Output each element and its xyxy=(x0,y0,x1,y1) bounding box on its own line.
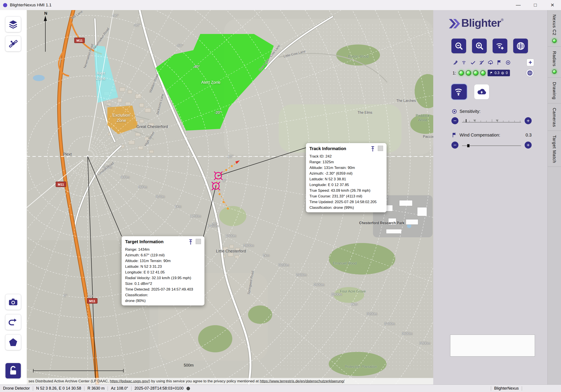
channel-led-4[interactable] xyxy=(480,70,485,76)
popup-line: Time Updated: 2025-07-28 14:58:02.205 xyxy=(309,199,383,205)
cloud-data-button[interactable] xyxy=(474,84,489,99)
layers-icon xyxy=(8,19,18,29)
cloud-sync-icon[interactable] xyxy=(488,60,494,65)
popup-close-button[interactable] xyxy=(378,146,383,151)
pin-button[interactable] xyxy=(369,146,376,152)
tab-label: Nexus C2 xyxy=(552,14,557,35)
sensitivity-thumb-low[interactable] xyxy=(473,120,476,122)
tab-nexus-c2[interactable]: Nexus C2 xyxy=(548,10,561,47)
zoom-out-icon xyxy=(454,42,464,51)
radar-icon xyxy=(454,87,464,97)
sensitivity-slider[interactable] xyxy=(461,117,522,124)
sensitivity-current-marker[interactable] xyxy=(466,119,466,122)
attribution-link[interactable]: https://www.terrestris.de/en/datenschutz… xyxy=(260,379,344,383)
tools-icon[interactable] xyxy=(453,60,458,65)
popup-title: Target Information xyxy=(125,239,187,244)
close-icon: × xyxy=(551,1,554,9)
popup-line: Azimuth: -2.30° (6359 mil) xyxy=(309,171,383,176)
scan-target-icon[interactable] xyxy=(505,60,511,65)
attribution-link[interactable]: https://lpdaac.usgs.gov/ xyxy=(110,379,149,383)
popup-line: Track ID: 242 xyxy=(309,154,383,159)
tab-radars[interactable]: Radars xyxy=(548,47,561,78)
left-toolbar xyxy=(0,10,27,384)
pill-geo-value: 0 xyxy=(506,71,508,75)
radar-signal-icon[interactable] xyxy=(461,60,467,65)
wind-flag-icon xyxy=(490,71,493,75)
tab-cameras[interactable]: Cameras xyxy=(548,103,561,131)
popup-close-button[interactable] xyxy=(196,239,201,244)
target-info-popup[interactable]: Target Information Range: 1434mAzimuth: … xyxy=(122,236,205,306)
add-radar-button[interactable] xyxy=(493,39,507,53)
zoom-in-button[interactable] xyxy=(472,39,487,53)
separator xyxy=(84,386,84,391)
status-led xyxy=(552,69,557,74)
channel-led-2[interactable] xyxy=(466,70,471,76)
plus-icon: + xyxy=(529,59,532,66)
popup-line: Longitude: E 0 12 41.05 xyxy=(125,269,201,275)
radar-off-icon[interactable] xyxy=(479,60,485,65)
wind-label: Wind Compensation: xyxy=(460,133,500,138)
statusbar: Drone DetectorN 52 3 8.26, E 0 14 30.58R… xyxy=(0,384,561,392)
popup-line: Classification: drone (99%) xyxy=(309,205,383,211)
zoom-in-icon xyxy=(475,42,484,51)
popup-line: drone (90%) xyxy=(125,298,201,304)
alert-zone-green[interactable] xyxy=(156,34,274,131)
map-canvas[interactable]: N 200m400m600m800m1km1200m1400m1600m1800… xyxy=(27,10,433,384)
brand-text: Blighter xyxy=(461,17,501,29)
satellite-icon xyxy=(8,39,18,49)
wind-slider[interactable] xyxy=(461,142,522,148)
window-title: BlighterNexus HMI 1.1 xyxy=(10,3,52,8)
tab-target-match[interactable]: Target Match xyxy=(548,131,561,167)
check-icon[interactable] xyxy=(470,60,476,65)
tab-label: Target Match xyxy=(552,135,557,163)
target-marker[interactable] xyxy=(212,182,220,190)
minimize-icon: — xyxy=(516,2,521,8)
right-panel: Blighter ® xyxy=(433,10,547,384)
globe-grid-icon xyxy=(527,70,533,76)
pin-button[interactable] xyxy=(187,239,194,245)
zoom-out-button[interactable] xyxy=(452,39,466,53)
titlebar[interactable]: BlighterNexus HMI 1.1 — □ × xyxy=(0,0,561,10)
popup-line: Longitude: E 0 12 37.85 xyxy=(309,182,383,188)
wind-decrease-button[interactable]: − xyxy=(452,142,458,148)
info-placeholder-box xyxy=(450,335,535,357)
cloud-icon xyxy=(477,87,487,97)
undo-button[interactable] xyxy=(5,314,21,330)
draw-polygon-button[interactable] xyxy=(5,334,21,350)
statusbar-app-name: BlighterNexus xyxy=(494,386,519,391)
tab-drawing[interactable]: Drawing xyxy=(548,78,561,103)
statusbar-item: Drone Detector xyxy=(3,386,30,391)
minimize-button[interactable]: — xyxy=(510,0,527,10)
radar-enable-button[interactable] xyxy=(452,84,467,99)
separator xyxy=(491,386,491,391)
status-dot xyxy=(186,387,190,390)
track-marker[interactable] xyxy=(214,171,222,180)
globe-button[interactable] xyxy=(513,39,528,53)
wind-increase-button[interactable]: + xyxy=(525,142,532,148)
north-arrow-graphic xyxy=(33,10,60,61)
geo-reference-button[interactable] xyxy=(526,69,534,77)
popup-line: True Course: 231.33° (4113 mil) xyxy=(309,193,383,199)
popup-line: Range: 1434m xyxy=(125,247,201,253)
wind-thumb[interactable] xyxy=(467,144,470,147)
channel-led-1[interactable] xyxy=(459,70,464,76)
add-item-button[interactable]: + xyxy=(527,59,534,66)
attribution-text: ses Distributed Active Archive Center (L… xyxy=(29,379,110,383)
sensitivity-decrease-button[interactable]: − xyxy=(452,117,458,124)
popup-line: Range: 1325m xyxy=(309,159,383,165)
wind-flag-icon xyxy=(452,132,457,138)
satellite-button[interactable] xyxy=(5,36,21,52)
tab-label: Drawing xyxy=(552,82,557,99)
maximize-button[interactable]: □ xyxy=(527,0,544,10)
snapshot-button[interactable] xyxy=(5,294,21,310)
lock-button[interactable] xyxy=(5,363,21,379)
sensitivity-thumb-high[interactable] xyxy=(496,120,498,122)
layers-button[interactable] xyxy=(5,16,21,32)
popup-line: Classification: xyxy=(125,292,201,298)
close-button[interactable]: × xyxy=(544,0,561,10)
channel-led-3[interactable] xyxy=(473,70,478,76)
track-info-popup[interactable]: Track Information Track ID: 242Range: 13… xyxy=(306,143,387,212)
wind-flag-icon[interactable] xyxy=(496,60,502,65)
registered-mark: ® xyxy=(501,18,504,22)
sensitivity-increase-button[interactable]: + xyxy=(525,117,532,124)
